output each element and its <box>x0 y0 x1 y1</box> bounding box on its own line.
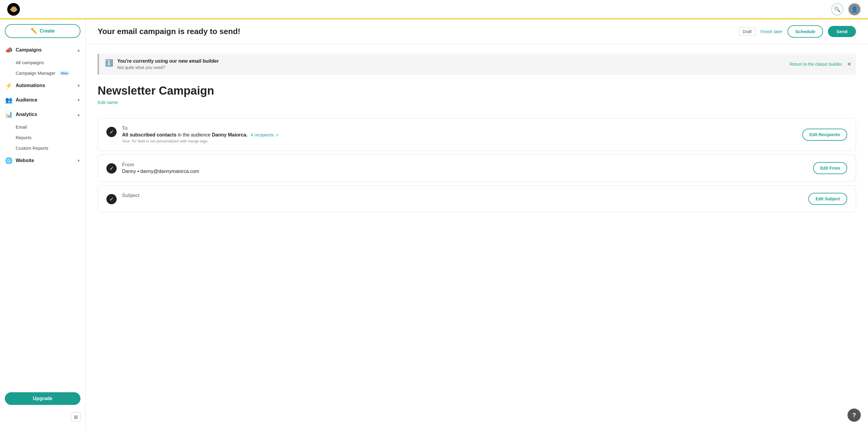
topbar: 🐵 🔍 👤 <box>0 0 868 19</box>
sidebar-child-label-email: Email <box>16 124 27 130</box>
search-button[interactable]: 🔍 <box>831 3 843 15</box>
create-icon: ✏️ <box>31 28 37 34</box>
action-button-to[interactable]: Edit Recipients <box>802 129 847 141</box>
schedule-button[interactable]: Schedule <box>787 25 824 38</box>
sidebar-label-website: Website <box>16 158 73 163</box>
section-content-subject: Subject <box>122 193 803 199</box>
info-banner: ℹ️ You're currently using our new email … <box>98 54 856 75</box>
sidebar-label-campaigns: Campaigns <box>16 47 73 53</box>
chevron-analytics-icon: ▲ <box>76 112 81 117</box>
section-content-to: To All subscribed contacts in the audien… <box>122 126 797 143</box>
sidebar-section-automations: ⚡ Automations ▼ <box>0 78 85 93</box>
sidebar-section-campaigns: 📣 Campaigns ▲ All campaignsCampaign Mana… <box>0 43 85 78</box>
campaign-title: Newsletter Campaign <box>98 85 856 97</box>
sidebar-nav: 📣 Campaigns ▲ All campaignsCampaign Mana… <box>0 43 85 168</box>
section-content-from: FromDanny • danny@dannymaiorca.com <box>122 162 808 174</box>
check-circle-subject: ✓ <box>106 194 117 204</box>
page-title: Your email campaign is ready to send! <box>98 27 734 36</box>
automations-icon: ⚡ <box>5 82 13 89</box>
sidebar-item-website[interactable]: 🌐 Website ▼ <box>0 153 85 168</box>
help-button[interactable]: ? <box>847 408 861 422</box>
badge-campaign-manager: New <box>59 71 70 76</box>
upgrade-button[interactable]: Upgrade <box>5 392 81 405</box>
sidebar-toggle-button[interactable]: ⊞ <box>71 412 81 422</box>
sidebar-item-all-campaigns[interactable]: All campaigns <box>0 57 85 68</box>
sidebar-item-custom-reports[interactable]: Custom Reports <box>0 143 85 153</box>
close-banner-button[interactable]: × <box>847 60 851 68</box>
mailchimp-logo[interactable]: 🐵 <box>7 3 20 16</box>
sidebar-child-label-all-campaigns: All campaigns <box>16 60 44 65</box>
campaign-section-from: ✓ FromDanny • danny@dannymaiorca.com Edi… <box>98 155 856 182</box>
info-icon: ℹ️ <box>105 59 113 67</box>
chevron-automations-icon: ▼ <box>76 84 81 88</box>
check-circle-from: ✓ <box>106 163 117 173</box>
sidebar-section-audience: 👥 Audience ▼ <box>0 93 85 107</box>
section-value-from: Danny • danny@dannymaiorca.com <box>122 169 808 174</box>
main-layout: ✏️ Create 📣 Campaigns ▲ All campaignsCam… <box>0 19 868 429</box>
sidebar-item-audience[interactable]: 👥 Audience ▼ <box>0 93 85 107</box>
check-circle-to: ✓ <box>106 127 117 137</box>
section-value-to: All subscribed contacts in the audience … <box>122 132 797 138</box>
section-label-from: From <box>122 162 808 167</box>
sidebar-section-website: 🌐 Website ▼ <box>0 153 85 168</box>
sidebar: ✏️ Create 📣 Campaigns ▲ All campaignsCam… <box>0 19 86 429</box>
campaigns-icon: 📣 <box>5 46 13 54</box>
avatar[interactable]: 👤 <box>848 3 861 16</box>
chevron-website-icon: ▼ <box>76 159 81 163</box>
audience-icon: 👥 <box>5 96 13 104</box>
info-text-block: You're currently using our new email bui… <box>117 59 785 70</box>
chevron-audience-icon: ▼ <box>76 98 81 102</box>
content-header: Your email campaign is ready to send! Dr… <box>86 19 868 44</box>
sidebar-child-label-reports: Reports <box>16 135 32 140</box>
topbar-left: 🐵 <box>7 3 20 16</box>
send-button[interactable]: Send <box>828 26 856 37</box>
website-icon: 🌐 <box>5 157 13 164</box>
action-button-subject[interactable]: Edit Subject <box>808 193 847 205</box>
chevron-campaigns-icon: ▲ <box>76 48 81 53</box>
topbar-right: 🔍 👤 <box>831 3 861 16</box>
analytics-icon: 📊 <box>5 111 13 118</box>
sidebar-label-audience: Audience <box>16 97 73 103</box>
section-label-subject: Subject <box>122 193 803 198</box>
edit-name-link[interactable]: Edit name <box>98 100 118 105</box>
finish-later-link[interactable]: Finish later <box>761 29 782 34</box>
content-area: Your email campaign is ready to send! Dr… <box>86 19 868 429</box>
user-avatar-icon: 👤 <box>851 6 858 13</box>
return-classic-link[interactable]: Return to the classic builder. <box>789 62 843 67</box>
external-link-icon: ↗ <box>275 133 278 137</box>
sidebar-item-analytics[interactable]: 📊 Analytics ▲ <box>0 107 85 122</box>
info-banner-title: You're currently using our new email bui… <box>117 59 785 64</box>
sidebar-child-label-campaign-manager: Campaign Manager <box>16 70 56 76</box>
sidebar-label-automations: Automations <box>16 83 73 88</box>
section-label-to: To <box>122 126 797 131</box>
info-banner-subtitle: Not quite what you need? <box>117 65 785 70</box>
sidebar-children-campaigns: All campaignsCampaign ManagerNew <box>0 57 85 78</box>
action-button-from[interactable]: Edit From <box>813 162 847 174</box>
campaign-section-subject: ✓ Subject Edit Subject <box>98 185 856 212</box>
sidebar-item-reports[interactable]: Reports <box>0 132 85 143</box>
section-note-to: Your 'To' field is not personalized with… <box>122 139 797 143</box>
search-icon: 🔍 <box>834 6 841 13</box>
create-button[interactable]: ✏️ Create <box>5 24 81 38</box>
sidebar-item-email[interactable]: Email <box>0 122 85 132</box>
sidebar-toggle-icon: ⊞ <box>74 414 78 420</box>
sidebar-child-label-custom-reports: Custom Reports <box>16 145 48 151</box>
sidebar-item-campaign-manager[interactable]: Campaign ManagerNew <box>0 68 85 78</box>
content-body: ℹ️ You're currently using our new email … <box>86 44 868 429</box>
draft-badge: Draft <box>739 28 755 36</box>
sidebar-item-automations[interactable]: ⚡ Automations ▼ <box>0 78 85 93</box>
create-button-label: Create <box>40 28 55 34</box>
recipients-link[interactable]: 4 recipients ↗ <box>251 132 278 137</box>
sidebar-footer: ⊞ <box>0 410 85 424</box>
campaign-sections: ✓ To All subscribed contacts in the audi… <box>98 118 856 212</box>
sidebar-section-analytics: 📊 Analytics ▲ EmailReportsCustom Reports <box>0 107 85 153</box>
sidebar-label-analytics: Analytics <box>16 112 73 117</box>
sidebar-item-campaigns[interactable]: 📣 Campaigns ▲ <box>0 43 85 57</box>
campaign-section-to: ✓ To All subscribed contacts in the audi… <box>98 118 856 151</box>
sidebar-children-analytics: EmailReportsCustom Reports <box>0 122 85 153</box>
